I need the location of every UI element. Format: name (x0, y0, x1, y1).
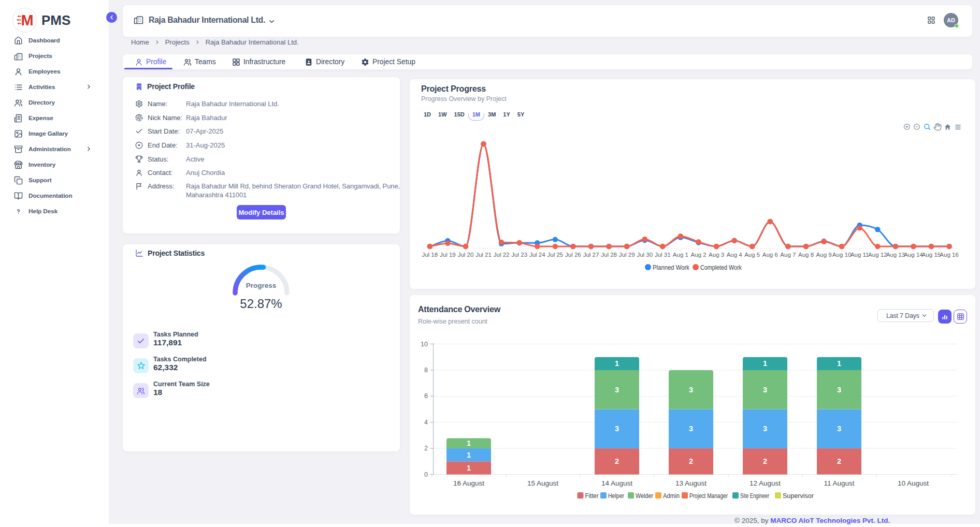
svg-text:6: 6 (424, 392, 428, 400)
svg-text:Aug 16: Aug 16 (940, 252, 958, 258)
svg-text:Jul 31: Jul 31 (655, 252, 671, 258)
svg-text:Aug 10: Aug 10 (832, 252, 851, 258)
svg-text:Jul 27: Jul 27 (583, 252, 599, 258)
svg-text:Aug 5: Aug 5 (744, 252, 760, 258)
svg-text:Jul 22: Jul 22 (494, 252, 510, 258)
svg-text:2: 2 (424, 445, 428, 452)
svg-text:Jul 18: Jul 18 (422, 252, 438, 258)
svg-text:2: 2 (837, 457, 841, 465)
svg-text:Jul 26: Jul 26 (565, 252, 581, 258)
svg-text:Project Manager: Project Manager (689, 492, 728, 500)
svg-text:Aug 3: Aug 3 (709, 252, 724, 258)
svg-text:15 August: 15 August (527, 479, 558, 487)
svg-text:Aug 12: Aug 12 (868, 252, 887, 258)
svg-text:16 August: 16 August (453, 479, 484, 487)
svg-text:13 August: 13 August (675, 479, 707, 487)
svg-text:3: 3 (689, 424, 693, 433)
svg-text:Jul 28: Jul 28 (601, 252, 617, 258)
svg-text:Jul 20: Jul 20 (458, 252, 474, 258)
svg-text:Aug 2: Aug 2 (690, 252, 706, 258)
svg-text:3: 3 (689, 386, 693, 394)
svg-text:Aug 9: Aug 9 (816, 252, 832, 258)
svg-text:4: 4 (424, 419, 428, 426)
svg-text:Aug 6: Aug 6 (762, 252, 778, 258)
svg-text:3: 3 (837, 386, 841, 394)
svg-text:M: M (21, 12, 33, 28)
svg-text:3: 3 (615, 424, 619, 433)
svg-text:14 August: 14 August (601, 479, 632, 487)
svg-text:Helper: Helper (608, 492, 624, 500)
svg-text:Aug 1: Aug 1 (673, 252, 688, 258)
svg-text:Aug 7: Aug 7 (780, 252, 796, 258)
svg-text:2: 2 (689, 457, 693, 465)
svg-text:Aug 15: Aug 15 (922, 252, 941, 258)
svg-text:Aug 14: Aug 14 (904, 252, 923, 258)
svg-text:Planned Work: Planned Work (653, 264, 689, 271)
svg-text:1: 1 (467, 451, 471, 459)
svg-text:1: 1 (837, 359, 841, 368)
svg-text:Fitter: Fitter (585, 492, 599, 500)
svg-text:Aug 8: Aug 8 (798, 252, 814, 258)
svg-text:Admin: Admin (663, 492, 680, 500)
svg-text:Supervisor: Supervisor (783, 492, 814, 500)
svg-text:3: 3 (763, 424, 767, 433)
svg-text:Jul 21: Jul 21 (475, 252, 492, 258)
svg-text:1: 1 (467, 439, 471, 447)
svg-text:Jul 25: Jul 25 (547, 252, 564, 258)
svg-text:3: 3 (615, 386, 619, 394)
svg-text:Jul 19: Jul 19 (440, 252, 456, 258)
svg-text:2: 2 (763, 457, 767, 465)
svg-text:Welder: Welder (636, 492, 653, 500)
svg-text:2: 2 (615, 457, 619, 465)
svg-text:1: 1 (467, 464, 471, 472)
svg-text:12 August: 12 August (750, 479, 781, 487)
svg-text:3: 3 (837, 424, 841, 433)
svg-text:1: 1 (763, 359, 767, 368)
svg-text:Jul 29: Jul 29 (619, 252, 635, 258)
svg-text:Aug 13: Aug 13 (886, 252, 905, 258)
svg-text:Jul 30: Jul 30 (637, 252, 653, 258)
svg-text:Aug 11: Aug 11 (851, 252, 869, 258)
svg-text:11 August: 11 August (824, 479, 854, 487)
svg-text:0: 0 (424, 471, 428, 478)
svg-text:10 August: 10 August (898, 479, 929, 487)
svg-text:Jul 23: Jul 23 (511, 252, 527, 258)
svg-text:8: 8 (424, 367, 428, 374)
svg-text:Site Engineer: Site Engineer (740, 492, 769, 500)
svg-text:Jul 24: Jul 24 (529, 252, 545, 258)
svg-text:10: 10 (421, 341, 428, 348)
svg-text:3: 3 (763, 386, 767, 394)
svg-text:Aug 4: Aug 4 (727, 252, 743, 258)
svg-text:1: 1 (615, 359, 619, 368)
svg-text:Completed Work: Completed Work (700, 264, 742, 271)
